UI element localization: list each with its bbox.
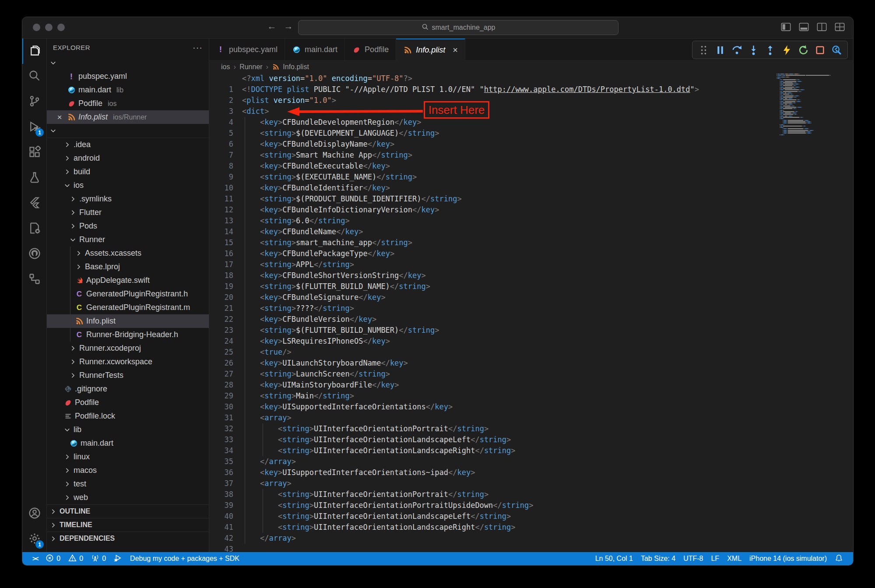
status-cursor-position[interactable]: Ln 50, Col 1 <box>591 555 637 563</box>
code-line-8[interactable]: 8 <string>Smart Machine App</string> <box>209 150 853 161</box>
activity-item-extensions[interactable] <box>22 140 46 165</box>
tree-item-.idea[interactable]: .idea <box>47 138 209 151</box>
restart-icon[interactable] <box>796 42 811 57</box>
status-feedback[interactable]: 0 <box>87 552 110 565</box>
close-tab-icon[interactable]: × <box>453 45 458 55</box>
code-line-37[interactable]: 37 <key>UISupportedInterfaceOrientations… <box>209 467 853 478</box>
open-editor-Podfile[interactable]: Podfile ios <box>47 97 209 110</box>
step-over-icon[interactable] <box>729 42 744 57</box>
forward-button[interactable]: → <box>283 21 294 32</box>
code-line-12[interactable]: 12 <string>$(PRODUCT_BUNDLE_IDENTIFIER)<… <box>209 194 853 204</box>
tab-main.dart[interactable]: main.dart <box>285 39 345 60</box>
code-line-23[interactable]: 23 <key>CFBundleVersion</key> <box>209 314 853 325</box>
section-timeline[interactable]: TIMELINE <box>47 518 209 532</box>
tree-item-Podfile[interactable]: Podfile <box>47 396 209 409</box>
status-launch-config[interactable]: Debug my code + packages + SDK <box>126 552 243 565</box>
code-line-11[interactable]: 11 <key>CFBundleIdentifier</key> <box>209 183 853 194</box>
breadcrumb-file[interactable]: Info.plist <box>283 63 309 71</box>
code-line-5[interactable]: 5 <key>CFBundleDevelopmentRegion</key> <box>209 117 853 128</box>
code-line-3[interactable]: 3 <plist version="1.0"> <box>209 95 853 106</box>
code-line-2[interactable]: 2 <!DOCTYPE plist PUBLIC "-//Apple//DTD … <box>209 84 853 95</box>
status-eol[interactable]: LF <box>707 555 723 563</box>
tree-item-android[interactable]: android <box>47 151 209 165</box>
tree-item-ios[interactable]: ios <box>47 179 209 192</box>
section-outline[interactable]: OUTLINE <box>47 504 209 518</box>
code-line-26[interactable]: 26 <true/> <box>209 347 853 358</box>
breadcrumb-item[interactable]: ios <box>221 63 230 71</box>
tree-item-.symlinks[interactable]: .symlinks <box>47 192 209 206</box>
code-line-15[interactable]: 15 <key>CFBundleName</key> <box>209 226 853 237</box>
activity-item-settings[interactable]: 1 <box>22 527 46 552</box>
tree-item-Pods[interactable]: Pods <box>47 219 209 233</box>
tab-Info.plist[interactable]: Info.plist × <box>396 39 465 61</box>
status-debug-launch[interactable] <box>110 552 126 565</box>
code-editor[interactable]: 1 <?xml version="1.0" encoding="UTF-8"?>… <box>209 73 853 552</box>
tree-item-RunnerTests[interactable]: RunnerTests <box>47 369 209 382</box>
minimize-window-button[interactable] <box>45 24 53 31</box>
tree-item-linux[interactable]: linux <box>47 450 209 464</box>
code-line-36[interactable]: 36 </array> <box>209 456 853 467</box>
status-indentation[interactable]: Tab Size: 4 <box>637 555 679 563</box>
code-line-29[interactable]: 29 <key>UIMainStoryboardFile</key> <box>209 380 853 391</box>
activity-item-search[interactable] <box>22 64 46 89</box>
open-editors-header[interactable] <box>47 56 209 70</box>
code-line-28[interactable]: 28 <string>LaunchScreen</string> <box>209 369 853 380</box>
activity-item-github[interactable] <box>22 242 46 267</box>
tree-item-main.dart[interactable]: main.dart <box>47 437 209 450</box>
tab-pubspec.yaml[interactable]: ! pubspec.yaml <box>209 39 285 60</box>
section-dependencies[interactable]: DEPENDENCIES <box>47 532 209 545</box>
activity-item-accounts[interactable] <box>22 501 46 527</box>
toggle-panel-icon[interactable] <box>798 21 809 34</box>
tree-item-build[interactable]: build <box>47 165 209 179</box>
code-line-22[interactable]: 22 <string>????</string> <box>209 303 853 314</box>
code-line-21[interactable]: 21 <key>CFBundleSignature</key> <box>209 292 853 303</box>
grip-icon[interactable] <box>696 42 711 57</box>
tree-item-AppDelegate.swift[interactable]: AppDelegate.swift <box>47 274 209 287</box>
code-line-32[interactable]: 32 <array> <box>209 412 853 423</box>
code-line-10[interactable]: 10 <string>$(EXECUTABLE_NAME)</string> <box>209 172 853 183</box>
tree-item-Flutter[interactable]: Flutter <box>47 206 209 219</box>
toggle-sidebar-icon[interactable] <box>780 21 791 34</box>
pause-icon[interactable] <box>713 42 727 57</box>
open-editor-pubspec.yaml[interactable]: ! pubspec.yaml <box>47 70 209 83</box>
activity-item-testing[interactable] <box>22 165 46 191</box>
code-line-27[interactable]: 27 <key>UILaunchStoryboardName</key> <box>209 358 853 369</box>
code-line-39[interactable]: 39 <string>UIInterfaceOrientationPortrai… <box>209 489 853 500</box>
activity-item-source-control[interactable] <box>22 89 46 115</box>
tree-item-Base.lproj[interactable]: Base.lproj <box>47 260 209 274</box>
code-line-1[interactable]: 1 <?xml version="1.0" encoding="UTF-8"?> <box>209 73 853 84</box>
bolt-icon[interactable] <box>779 42 794 57</box>
code-line-24[interactable]: 24 <string>$(FLUTTER_BUILD_NUMBER)</stri… <box>209 325 853 336</box>
activity-item-references[interactable] <box>22 267 46 292</box>
close-window-button[interactable] <box>33 24 40 31</box>
code-line-13[interactable]: 13 <key>CFBundleInfoDictionaryVersion</k… <box>209 204 853 215</box>
status-remote-indicator[interactable]: >< <box>28 552 42 565</box>
inspector-icon[interactable] <box>829 42 844 57</box>
tree-item-Podfile.lock[interactable]: Podfile.lock <box>47 409 209 423</box>
code-line-6[interactable]: 6 <string>$(DEVELOPMENT_LANGUAGE)</strin… <box>209 128 853 139</box>
back-button[interactable]: ← <box>267 21 277 32</box>
code-line-35[interactable]: 35 <string>UIInterfaceOrientationLandsca… <box>209 445 853 456</box>
code-line-31[interactable]: 31 <key>UISupportedInterfaceOrientations… <box>209 401 853 412</box>
code-line-19[interactable]: 19 <key>CFBundleShortVersionString</key> <box>209 270 853 281</box>
activity-item-project-manager[interactable] <box>22 216 46 242</box>
code-line-18[interactable]: 18 <string>APPL</string> <box>209 259 853 270</box>
code-line-43[interactable]: 43 </array> <box>209 533 853 544</box>
minimap[interactable] <box>775 74 841 144</box>
code-line-40[interactable]: 40 <string>UIInterfaceOrientationPortrai… <box>209 500 853 511</box>
tree-item-lib[interactable]: lib <box>47 423 209 437</box>
activity-item-run-and-debug[interactable]: 1 <box>22 115 46 140</box>
tree-item-.gitignore[interactable]: .gitignore <box>47 382 209 396</box>
tree-item-GeneratedPluginRegistrant.m[interactable]: C GeneratedPluginRegistrant.m <box>47 301 209 314</box>
close-editor-icon[interactable]: × <box>55 113 64 122</box>
breadcrumb-item[interactable]: Runner <box>239 63 262 71</box>
code-line-34[interactable]: 34 <string>UIInterfaceOrientationLandsca… <box>209 434 853 445</box>
status-warnings[interactable]: 0 <box>64 552 87 565</box>
split-editor-icon[interactable] <box>816 21 827 34</box>
customize-layout-icon[interactable] <box>834 21 845 34</box>
command-center-search[interactable]: smart_machine_app <box>298 20 618 35</box>
tab-Podfile[interactable]: Podfile <box>345 39 396 60</box>
code-line-20[interactable]: 20 <string>$(FLUTTER_BUILD_NAME)</string… <box>209 281 853 292</box>
tree-item-Assets.xcassets[interactable]: Assets.xcassets <box>47 246 209 260</box>
code-line-14[interactable]: 14 <string>6.0</string> <box>209 215 853 226</box>
